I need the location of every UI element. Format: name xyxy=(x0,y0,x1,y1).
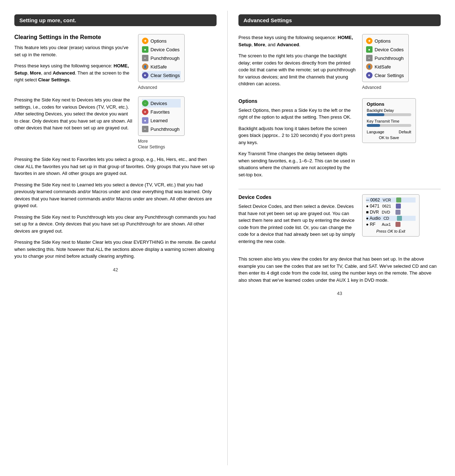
bold-more: More xyxy=(30,70,41,76)
clearing-settings-title: Clearing Settings in the Remote xyxy=(14,34,132,41)
learned-icon: ■ xyxy=(142,117,148,124)
section3-para: Pressing the Side Key next to Favorites … xyxy=(14,156,217,177)
dc-row-rf: ● RF Aux1 xyxy=(366,222,416,227)
options-box-col: Options Backlight Delay Key Transmit Tim… xyxy=(362,98,441,143)
key-transmit-slider xyxy=(367,124,411,127)
dc-row-audio: ● Audio CD xyxy=(366,216,416,221)
language-label: Language xyxy=(367,130,384,134)
menu1-footer: Advanced xyxy=(138,85,157,90)
dc-row-0471: ● 0471 0621 xyxy=(366,204,416,209)
device-codes-box-col: ─ 0062 VCR ● 0471 0621 ■ DVR DVD xyxy=(362,194,441,237)
clear-icon: ✖ xyxy=(142,72,148,78)
menu2-item-devices: ○ Devices xyxy=(142,99,181,108)
menu1-box: ★ Options ■ Device Codes ━ Punchthrough … xyxy=(138,34,185,82)
menu2-more: More xyxy=(138,139,151,144)
menu2-item-favorites: ★ Favorites xyxy=(142,108,181,116)
backlight-row: Backlight Delay xyxy=(367,108,411,116)
menu3-item-kidsafe: 👤 KidSafe xyxy=(366,62,405,71)
left-page-num: 42 xyxy=(14,267,217,272)
press-ok-exit: Press OK to Exit xyxy=(366,229,416,233)
section2-para: Pressing the Side Key next to Devices le… xyxy=(14,96,132,132)
r-options-icon: ★ xyxy=(366,38,373,44)
right-header: Advanced Settings xyxy=(238,14,441,26)
options-settings-box: Options Backlight Delay Key Transmit Tim… xyxy=(362,98,416,143)
menu1-item-punchthrough: ━ Punchthrough xyxy=(142,54,181,62)
options-para3: Key Transmit Time changes the delay betw… xyxy=(238,150,356,178)
punchthrough2-icon: ━ xyxy=(142,126,148,132)
para2-prefix: Press these keys using the following seq… xyxy=(14,63,114,68)
key-transmit-row: Key Transmit Time xyxy=(367,119,411,127)
options-icon: ★ xyxy=(142,38,148,44)
key-transmit-label: Key Transmit Time xyxy=(367,119,411,123)
r-device-codes-icon: ■ xyxy=(366,46,373,53)
bold-clear-settings: Clear Settings xyxy=(38,77,69,82)
menu2-col: ○ Devices ★ Favorites ■ Learned ━ Puncht… xyxy=(138,96,217,149)
r-punchthrough-icon: ━ xyxy=(366,55,373,61)
right-page: Advanced Settings Press these keys using… xyxy=(228,11,448,465)
language-row: Language Default xyxy=(367,130,411,134)
backlight-slider xyxy=(367,113,411,116)
cd-icon xyxy=(397,216,402,221)
default-label: Default xyxy=(399,130,411,134)
menu3-item-options: ★ Options xyxy=(366,37,405,45)
section6-para: Pressing the Side Key next to Master Cle… xyxy=(14,239,217,260)
right-intro-para2: The screen to the right lets you change … xyxy=(238,52,356,87)
right-page-num: 43 xyxy=(238,291,441,296)
aux1-icon xyxy=(395,222,401,227)
device-codes-title: Device Codes xyxy=(238,194,356,200)
key-transmit-fill xyxy=(367,124,380,127)
dvd-icon xyxy=(395,210,401,215)
menu1-item-options: ★ Options xyxy=(142,37,181,45)
menu1-item-clear: ✖ Clear Settings xyxy=(142,71,181,80)
section4-para: Pressing the Side Key next to Learned le… xyxy=(14,181,217,209)
0621-icon xyxy=(396,204,401,209)
menu3-item-device-codes: ■ Device Codes xyxy=(366,45,405,54)
device-codes-para2: This screen also lets you view the codes… xyxy=(238,256,441,284)
backlight-fill xyxy=(367,113,385,116)
menu2-box: ○ Devices ★ Favorites ■ Learned ━ Puncht… xyxy=(138,96,185,136)
left-page: Setting up more, cont. Clearing Settings… xyxy=(7,11,228,465)
menu2-item-punchthrough2: ━ Punchthrough xyxy=(142,125,181,133)
options-box-title: Options xyxy=(367,101,411,107)
device-codes-box: ─ 0062 VCR ● 0471 0621 ■ DVR DVD xyxy=(362,194,420,237)
section-divider xyxy=(238,189,441,189)
device-codes-para1: Select Device Codes, and then select a d… xyxy=(238,203,356,245)
bold-advanced: Advanced xyxy=(53,70,75,76)
menu3-box: ★ Options ■ Device Codes ━ Punchthrough … xyxy=(362,34,409,82)
device-codes-icon: ■ xyxy=(142,46,148,53)
menu1-col: ★ Options ■ Device Codes ━ Punchthrough … xyxy=(138,34,217,90)
r-kidsafe-icon: 👤 xyxy=(366,63,373,70)
vcr-icon xyxy=(396,197,401,203)
backlight-label: Backlight Delay xyxy=(367,108,411,113)
menu2-item-learned: ■ Learned xyxy=(142,116,181,125)
menu1-item-device-codes: ■ Device Codes xyxy=(142,45,181,54)
menu1-item-kidsafe: 👤 KidSafe xyxy=(142,62,181,71)
favorites-icon: ★ xyxy=(142,109,148,115)
r-clear-icon: ✖ xyxy=(366,72,373,78)
menu3-footer: Advanced xyxy=(362,85,381,90)
menu3-item-clear: ✖ Clear Settings xyxy=(366,71,405,80)
right-intro-para1: Press these keys using the following seq… xyxy=(238,34,356,48)
menu2-footer: Clear Settings xyxy=(138,144,165,149)
ok-to-save-row: OK to Save xyxy=(367,135,411,140)
options-title: Options xyxy=(238,98,356,104)
dc-row-vcr: ─ 0062 VCR xyxy=(366,197,416,203)
section5-para: Pressing the Side Key next to Punchthrou… xyxy=(14,214,217,235)
devices-icon: ○ xyxy=(142,100,148,106)
options-para1: Select Options, then press a Side Key to… xyxy=(238,107,356,121)
menu3-item-punchthrough: ━ Punchthrough xyxy=(366,54,405,62)
menu3-col: ★ Options ■ Device Codes ━ Punchthrough … xyxy=(362,34,441,92)
clearing-settings-para1: This feature lets you clear (erase) vari… xyxy=(14,44,132,58)
punchthrough-icon: ━ xyxy=(142,55,148,61)
options-para2: Backlight adjusts how long it takes befo… xyxy=(238,125,356,146)
clearing-settings-para2: Press these keys using the following seq… xyxy=(14,62,132,84)
left-header: Setting up more, cont. xyxy=(14,14,217,26)
dc-row-dvr: ■ DVR DVD xyxy=(366,210,416,215)
kidsafe-icon: 👤 xyxy=(142,63,148,70)
